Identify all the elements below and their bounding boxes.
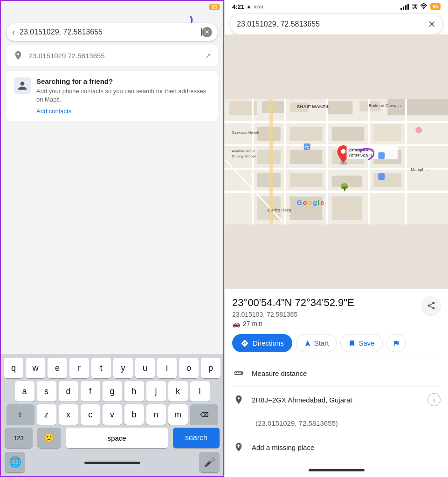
- key-v[interactable]: v: [103, 404, 122, 425]
- keyboard: q w e r t y u i o p a s d f g h j k l ⇧ …: [1, 354, 223, 476]
- svg-text:o: o: [308, 199, 312, 206]
- key-x[interactable]: x: [59, 404, 78, 425]
- status-time: 4:21: [232, 3, 244, 10]
- prev-location: azar: [254, 4, 264, 9]
- flag-icon: [393, 340, 400, 347]
- key-p[interactable]: p: [201, 358, 221, 378]
- status-icons: ⌘ 65: [400, 3, 441, 10]
- directions-button[interactable]: Directions: [232, 334, 292, 352]
- svg-rect-28: [290, 173, 323, 187]
- key-mic[interactable]: 🎤: [199, 452, 220, 472]
- key-g[interactable]: g: [103, 381, 122, 402]
- directions-label: Directions: [253, 339, 284, 347]
- contacts-card: Searching for a friend? Add your phone c…: [7, 71, 218, 121]
- key-search[interactable]: search: [173, 428, 220, 448]
- car-icon: 🚗: [232, 320, 240, 327]
- contacts-title: Searching for a friend?: [36, 77, 210, 85]
- svg-text:G: G: [297, 199, 302, 206]
- key-i[interactable]: i: [157, 358, 177, 378]
- svg-rect-58: [378, 173, 385, 180]
- key-c[interactable]: c: [81, 404, 100, 425]
- start-icon: [304, 340, 311, 347]
- svg-text:🛍: 🛍: [305, 145, 310, 150]
- svg-rect-20: [290, 127, 323, 141]
- location-pin-icon: [13, 50, 23, 61]
- svg-point-1: [423, 8, 424, 9]
- svg-rect-23: [257, 150, 281, 164]
- key-h[interactable]: h: [124, 381, 144, 402]
- key-j[interactable]: j: [146, 381, 166, 402]
- suggestion-row[interactable]: 23.0151029 72.5813655 ↗: [7, 45, 218, 66]
- svg-point-50: [341, 149, 345, 154]
- svg-rect-57: [378, 152, 385, 159]
- add-missing-place-item[interactable]: Add a missing place: [232, 434, 441, 460]
- svg-rect-19: [257, 127, 281, 141]
- key-r[interactable]: r: [69, 358, 89, 378]
- key-n[interactable]: n: [146, 404, 166, 425]
- key-a[interactable]: a: [15, 381, 34, 402]
- key-z[interactable]: z: [37, 404, 56, 425]
- search-bar-right[interactable]: 23.0151029, 72.5813655 ✕: [230, 14, 442, 34]
- status-time-area: 4:21 ▲ azar: [232, 3, 264, 10]
- signal-icon: [400, 3, 409, 10]
- measure-distance-item[interactable]: Measure distance: [232, 360, 441, 386]
- info-button[interactable]: i: [427, 393, 441, 406]
- key-numbers[interactable]: 123: [5, 428, 33, 448]
- svg-rect-60: [415, 127, 422, 133]
- key-l[interactable]: l: [190, 381, 210, 402]
- contacts-icon: [14, 77, 31, 94]
- svg-rect-27: [257, 173, 281, 187]
- drive-time: 🚗 27 min: [232, 320, 441, 327]
- key-e[interactable]: e: [48, 358, 67, 378]
- svg-text:o: o: [303, 199, 307, 206]
- back-arrow-icon[interactable]: ‹: [12, 27, 15, 37]
- svg-text:Gaekwad Haveli: Gaekwad Haveli: [232, 130, 259, 135]
- key-t[interactable]: t: [91, 358, 111, 378]
- contacts-desc: Add your phone contacts so you can searc…: [36, 87, 210, 104]
- map-area[interactable]: SHAIF MANZIL Raikhad Darwaja Gaekwad Hav…: [225, 34, 448, 289]
- coordinates-item: (23.0151029, 72.5813655): [232, 413, 441, 434]
- key-o[interactable]: o: [179, 358, 199, 378]
- key-w[interactable]: w: [26, 358, 45, 378]
- key-d[interactable]: d: [59, 381, 78, 402]
- measure-icon: [232, 367, 245, 380]
- svg-text:SHAIF MANZIL: SHAIF MANZIL: [297, 104, 330, 109]
- key-m[interactable]: m: [168, 404, 188, 425]
- key-y[interactable]: y: [113, 358, 133, 378]
- key-k[interactable]: k: [168, 381, 188, 402]
- home-indicator-bar: [84, 462, 140, 464]
- key-delete[interactable]: ⌫: [190, 404, 218, 425]
- key-q[interactable]: q: [4, 358, 23, 378]
- clear-button[interactable]: [202, 27, 212, 37]
- start-button[interactable]: Start: [296, 334, 337, 352]
- svg-text:Driving School: Driving School: [232, 154, 256, 158]
- save-button[interactable]: Save: [340, 334, 382, 352]
- svg-text:g: g: [313, 199, 317, 206]
- svg-text:l: l: [318, 199, 320, 206]
- suggestion-text: 23.0151029 72.5813655: [29, 52, 205, 60]
- plus-code-item[interactable]: 2H8J+2GX Ahmedabad, Gujarat i: [232, 386, 441, 413]
- keyboard-bottom-row: 123 🙂 space search: [3, 428, 221, 448]
- search-input-left[interactable]: 23.0151029, 72.5813655: [20, 28, 200, 36]
- svg-rect-22: [373, 124, 401, 141]
- svg-rect-5: [262, 101, 285, 113]
- key-f[interactable]: f: [81, 381, 100, 402]
- flag-button[interactable]: [386, 334, 406, 352]
- close-button-right[interactable]: ✕: [428, 19, 436, 30]
- key-space[interactable]: space: [66, 428, 168, 448]
- key-u[interactable]: u: [135, 358, 155, 378]
- key-globe[interactable]: 🌐: [5, 452, 25, 472]
- svg-rect-21: [332, 127, 365, 141]
- wifi-icon: ⌘: [412, 3, 427, 10]
- add-contacts-link[interactable]: Add contacts: [36, 108, 210, 115]
- search-bar-left[interactable]: ‹ 23.0151029, 72.5813655: [7, 23, 218, 41]
- coord-subtitle: 23.015103, 72.581365: [232, 311, 441, 318]
- key-shift[interactable]: ⇧: [7, 404, 34, 425]
- svg-rect-7: [327, 101, 353, 114]
- coordinates-label: (23.0151029, 72.5813655): [255, 419, 441, 427]
- key-s[interactable]: s: [37, 381, 56, 402]
- svg-text:Raikhad Darwaja: Raikhad Darwaja: [369, 103, 400, 108]
- key-b[interactable]: b: [124, 404, 144, 425]
- share-button[interactable]: [422, 296, 441, 315]
- key-emoji[interactable]: 🙂: [37, 428, 61, 448]
